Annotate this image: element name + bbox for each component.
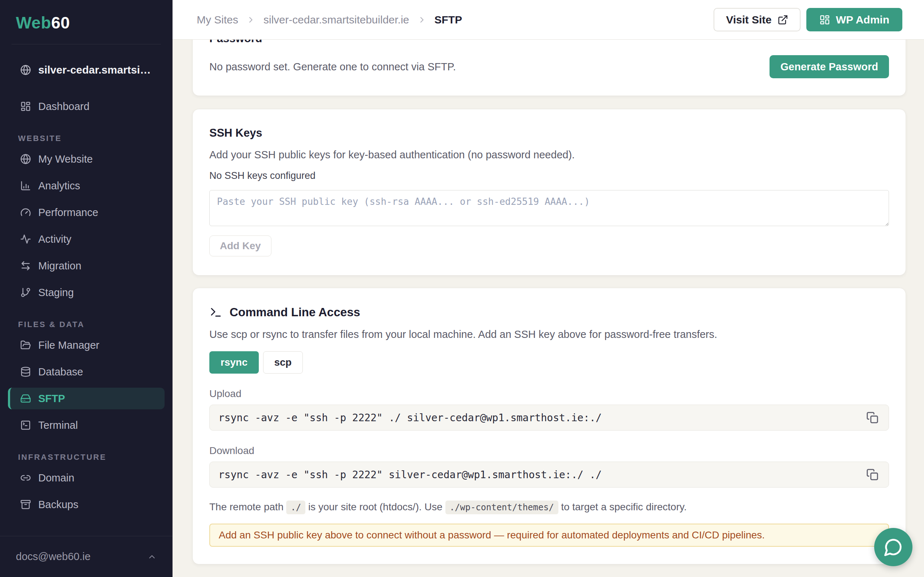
- wp-admin-label: WP Admin: [836, 14, 889, 26]
- breadcrumb-site[interactable]: silver-cedar.smartsitebuilder.ie: [263, 14, 409, 26]
- download-command-box: rsync -avz -e "ssh -p 2222" silver-cedar…: [209, 462, 889, 488]
- nav-section-label: WEBSITE: [18, 134, 165, 143]
- sidebar-item-label: Performance: [38, 206, 98, 219]
- sidebar-item-my-website[interactable]: My Website: [8, 148, 165, 170]
- ssh-keys-description: Add your SSH public keys for key-based a…: [209, 149, 889, 161]
- external-link-icon: [777, 15, 788, 25]
- password-card-title: Password: [209, 40, 889, 45]
- cli-tool-tabs: rsyncscp: [209, 351, 889, 374]
- sidebar-item-sftp[interactable]: SFTP: [8, 388, 165, 409]
- sidebar-item-activity[interactable]: Activity: [8, 228, 165, 250]
- sidebar-item-domain[interactable]: Domain: [8, 467, 165, 488]
- staging-icon: [20, 287, 31, 298]
- visit-site-button[interactable]: Visit Site: [714, 8, 800, 31]
- chevron-up-icon: [147, 552, 157, 561]
- sidebar-divider: [11, 44, 161, 44]
- ssh-keys-title: SSH Keys: [209, 127, 889, 140]
- password-status-text: No password set. Generate one to connect…: [209, 61, 456, 73]
- globe-icon: [20, 154, 31, 164]
- sidebar-item-file-manager[interactable]: File Manager: [8, 334, 165, 356]
- sidebar: Web60 silver-cedar.smartsi… DashboardWEB…: [0, 0, 173, 577]
- warning-text: Add an SSH public key above to connect w…: [219, 529, 765, 541]
- wp-admin-button[interactable]: WP Admin: [806, 8, 902, 31]
- dashboard-icon: [20, 101, 31, 112]
- note-code-root: ./: [286, 501, 305, 514]
- chevron-right-icon: [246, 15, 255, 24]
- page-content: Password No password set. Generate one t…: [173, 40, 924, 577]
- generate-password-button[interactable]: Generate Password: [769, 55, 889, 78]
- upload-command-text: rsync -avz -e "ssh -p 2222" ./ silver-ce…: [218, 412, 602, 424]
- hard-drive-icon: [20, 393, 31, 404]
- logo-text-primary: Web: [16, 13, 51, 32]
- top-header: My Sites silver-cedar.smartsitebuilder.i…: [173, 0, 924, 40]
- breadcrumb-current-sftp: SFTP: [435, 14, 462, 26]
- sidebar-item-label: Backups: [38, 499, 78, 511]
- archive-icon: [20, 499, 31, 510]
- copy-download-button[interactable]: [865, 467, 880, 482]
- activity-icon: [20, 234, 31, 245]
- sidebar-site-selector[interactable]: silver-cedar.smartsi…: [8, 59, 165, 81]
- terminal-prompt-icon: [209, 306, 222, 319]
- database-icon: [20, 366, 31, 377]
- copy-upload-button[interactable]: [865, 410, 880, 425]
- sidebar-nav: DashboardWEBSITEMy WebsiteAnalyticsPerfo…: [8, 81, 165, 515]
- ssh-key-input[interactable]: [209, 190, 889, 226]
- download-label: Download: [209, 445, 889, 456]
- sidebar-item-analytics[interactable]: Analytics: [8, 175, 165, 197]
- sidebar-item-staging[interactable]: Staging: [8, 282, 165, 303]
- tab-rsync[interactable]: rsync: [209, 351, 259, 374]
- sidebar-item-migration[interactable]: Migration: [8, 255, 165, 277]
- ssh-keys-empty-state: No SSH keys configured: [209, 170, 889, 181]
- remote-path-note: The remote path ./ is your site root (ht…: [209, 501, 889, 513]
- note-text: The remote path: [209, 501, 283, 513]
- sidebar-item-label: Activity: [38, 233, 71, 245]
- sidebar-item-label: Database: [38, 366, 83, 378]
- nav-section-label: FILES & DATA: [18, 320, 165, 329]
- sidebar-item-label: My Website: [38, 153, 93, 165]
- tab-scp[interactable]: scp: [263, 351, 303, 374]
- nav-section-label: INFRASTRUCTURE: [18, 453, 165, 462]
- dashboard-icon: [819, 15, 830, 25]
- header-actions: Visit Site WP Admin: [714, 8, 902, 31]
- app-logo: Web60: [0, 0, 173, 44]
- add-key-button[interactable]: Add Key: [209, 235, 271, 256]
- upload-label: Upload: [209, 388, 889, 400]
- sidebar-item-label: Staging: [38, 287, 74, 298]
- note-code-themes: ./wp-content/themes/: [446, 501, 558, 514]
- chevron-right-icon: [417, 15, 426, 24]
- sidebar-item-label: Migration: [38, 260, 81, 272]
- sidebar-item-dashboard[interactable]: Dashboard: [8, 95, 165, 117]
- chat-launcher-button[interactable]: [874, 528, 913, 566]
- copy-icon: [866, 469, 879, 481]
- sidebar-item-label: Terminal: [38, 419, 78, 431]
- upload-command-box: rsync -avz -e "ssh -p 2222" ./ silver-ce…: [209, 405, 889, 430]
- visit-site-label: Visit Site: [726, 14, 771, 26]
- sidebar-item-database[interactable]: Database: [8, 361, 165, 383]
- sidebar-item-label: Dashboard: [38, 101, 89, 113]
- account-menu[interactable]: docs@web60.ie: [0, 536, 173, 577]
- download-command-text: rsync -avz -e "ssh -p 2222" silver-cedar…: [218, 469, 602, 481]
- sidebar-item-terminal[interactable]: Terminal: [8, 414, 165, 436]
- sidebar-item-label: Analytics: [38, 180, 80, 192]
- link-icon: [20, 472, 31, 483]
- cli-description: Use scp or rsync to transfer files from …: [209, 329, 889, 340]
- breadcrumb-my-sites[interactable]: My Sites: [197, 14, 238, 26]
- folder-icon: [20, 340, 31, 351]
- command-line-access-card: Command Line Access Use scp or rsync to …: [192, 288, 906, 564]
- sidebar-item-label: File Manager: [38, 339, 99, 351]
- copy-icon: [866, 411, 879, 424]
- terminal-square-icon: [20, 420, 31, 430]
- note-text: is your site root (htdocs/). Use: [308, 501, 443, 513]
- sidebar-item-performance[interactable]: Performance: [8, 201, 165, 223]
- analytics-icon: [20, 180, 31, 191]
- breadcrumb: My Sites silver-cedar.smartsitebuilder.i…: [197, 14, 462, 26]
- chat-bubble-icon: [884, 537, 903, 557]
- gauge-icon: [20, 207, 31, 218]
- password-card: Password No password set. Generate one t…: [192, 40, 906, 96]
- sidebar-item-backups[interactable]: Backups: [8, 494, 165, 515]
- globe-icon: [20, 64, 31, 76]
- sidebar-site-name: silver-cedar.smartsi…: [38, 64, 151, 76]
- note-text: to target a specific directory.: [561, 501, 687, 513]
- main-area: My Sites silver-cedar.smartsitebuilder.i…: [173, 0, 924, 577]
- sidebar-item-label: SFTP: [38, 393, 65, 405]
